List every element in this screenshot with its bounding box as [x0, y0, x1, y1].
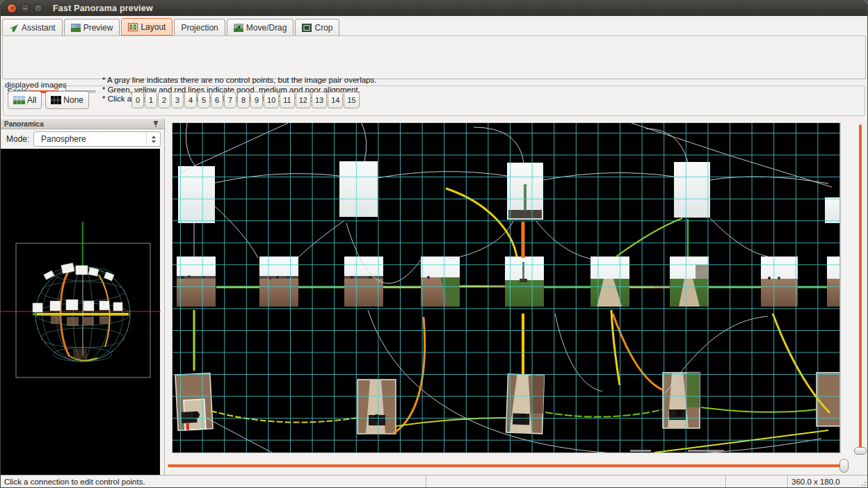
mode-dropdown[interactable]: Panosphere — [33, 131, 161, 147]
all-label: All — [27, 95, 36, 105]
status-message: Click a connection to edit control point… — [1, 475, 426, 487]
mode-label: Mode: — [6, 134, 29, 144]
image-toggle-button-0[interactable]: 0 — [131, 92, 144, 108]
close-icon[interactable]: ✕ — [7, 3, 17, 13]
horizontal-slider-track[interactable] — [168, 464, 844, 467]
image-toggle-button-8[interactable]: 8 — [237, 92, 250, 108]
tab-label: Layout — [140, 22, 166, 32]
image-toggle-button-7[interactable]: 7 — [224, 92, 236, 108]
tab-layout[interactable]: Layout — [121, 18, 172, 35]
image-toggle-button-10[interactable]: 10 — [264, 92, 279, 108]
image-toggle-button-13[interactable]: 13 — [312, 92, 327, 108]
image-toggle-button-3[interactable]: 3 — [171, 92, 184, 108]
canvas-area — [166, 119, 867, 475]
sphere-image-chips — [33, 263, 122, 312]
move-drag-icon — [234, 24, 243, 32]
tab-bar: Assistant GL Preview Layout Projection — [1, 16, 867, 35]
tab-label: Projection — [181, 23, 218, 33]
status-bar: Click a connection to edit control point… — [1, 475, 867, 487]
tab-move-drag[interactable]: Move/Drag — [227, 19, 294, 35]
status-empty-cell — [426, 475, 725, 487]
assistant-icon — [9, 24, 19, 32]
canvas-grid — [172, 123, 840, 453]
crop-icon — [302, 24, 312, 32]
maximize-icon[interactable]: □ — [33, 3, 43, 13]
image-toggle-button-2[interactable]: 2 — [158, 92, 170, 108]
none-label: None — [63, 95, 83, 105]
minimize-icon[interactable]: – — [20, 3, 30, 13]
horizontal-slider-handle[interactable] — [839, 459, 849, 473]
landscape-thumbnail-icon — [13, 96, 25, 104]
image-toggle-button-1[interactable]: 1 — [145, 92, 157, 108]
no-images-button[interactable]: None — [45, 91, 89, 109]
displayed-images-group: displayed images All None 01234567891011… — [2, 79, 866, 117]
image-toggle-button-11[interactable]: 11 — [280, 92, 294, 108]
main-area: Panoramica Mode: Panosphere — [1, 119, 867, 475]
layout-icon — [128, 23, 138, 31]
panosphere-preview[interactable] — [1, 149, 160, 475]
tab-assistant[interactable]: Assistant — [2, 19, 63, 35]
orange-arc-right — [99, 275, 110, 347]
black-grid-icon — [51, 96, 61, 104]
tab-crop[interactable]: Crop — [295, 19, 339, 35]
tab-label: Move/Drag — [246, 23, 287, 33]
panosphere-3d-view — [1, 149, 161, 476]
pane-header[interactable]: Panoramica — [1, 119, 164, 129]
svg-text:GL: GL — [72, 24, 77, 28]
image-toggle-button-12[interactable]: 12 — [296, 92, 311, 108]
mode-value: Panosphere — [34, 134, 146, 144]
image-toggle-button-9[interactable]: 9 — [250, 92, 263, 108]
resize-grip[interactable] — [859, 479, 866, 486]
status-empty-cell-2 — [726, 475, 787, 487]
tab-label: Crop — [314, 23, 332, 33]
image-toggle-button-15[interactable]: 15 — [344, 92, 359, 108]
image-toggle-button-5[interactable]: 5 — [198, 92, 210, 108]
image-toggle-row: 0123456789101112131415 — [131, 92, 360, 108]
scale-panel: Scale: * A gray line indicates there are… — [2, 35, 866, 79]
all-images-button[interactable]: All — [8, 91, 42, 109]
tab-label: Assistant — [22, 23, 56, 33]
vertical-slider-track[interactable] — [859, 124, 862, 453]
tab-projection[interactable]: Projection — [174, 19, 225, 35]
mode-row: Mode: Panosphere — [1, 129, 164, 149]
tab-label: Preview — [83, 23, 113, 33]
titlebar: ✕ – □ Fast Panorama preview — [1, 1, 867, 16]
preview-icon: GL — [71, 24, 81, 32]
window-title: Fast Panorama preview — [53, 3, 153, 13]
layout-canvas[interactable] — [172, 123, 840, 453]
panorama-pane: Panoramica Mode: Panosphere — [1, 119, 165, 475]
tab-preview[interactable]: GL Preview — [64, 19, 120, 35]
vertical-slider-handle[interactable] — [854, 447, 867, 455]
spinner-arrows-icon[interactable] — [146, 132, 160, 146]
pane-title: Panoramica — [4, 120, 152, 128]
image-toggle-button-6[interactable]: 6 — [211, 92, 223, 108]
vertical-pan-slider[interactable] — [855, 123, 866, 458]
group-legend: displayed images — [5, 81, 67, 89]
image-toggle-button-4[interactable]: 4 — [184, 92, 197, 108]
pano-size-field: 360.0 x 180.0 — [788, 475, 844, 487]
pin-icon[interactable] — [152, 120, 159, 128]
image-toggle-button-14[interactable]: 14 — [328, 92, 343, 108]
fast-panorama-preview-window: ✕ – □ Fast Panorama preview Assistant GL… — [0, 0, 868, 488]
horizontal-pan-slider[interactable] — [167, 459, 849, 473]
